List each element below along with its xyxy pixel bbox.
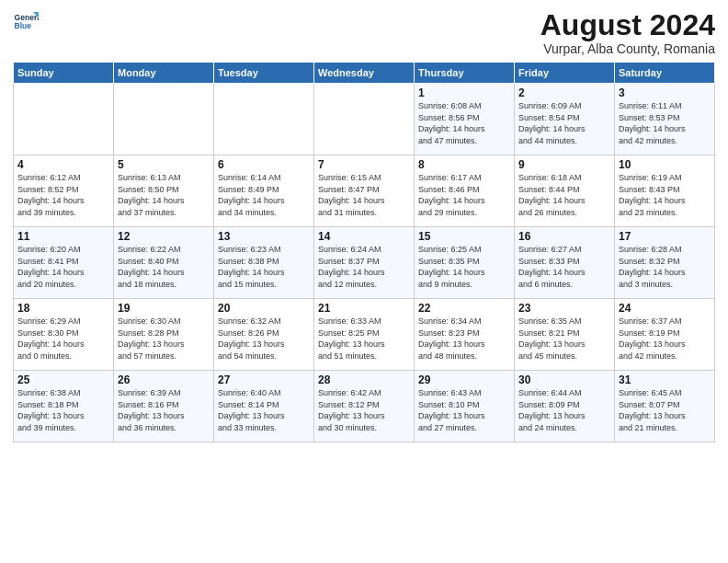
title-block: August 2024 Vurpar, Alba County, Romania	[540, 9, 715, 56]
table-row: 9Sunrise: 6:18 AM Sunset: 8:44 PM Daylig…	[515, 155, 615, 227]
day-info: Sunrise: 6:13 AM Sunset: 8:50 PM Dayligh…	[118, 172, 210, 218]
table-row: 22Sunrise: 6:34 AM Sunset: 8:23 PM Dayli…	[415, 299, 515, 371]
day-info: Sunrise: 6:30 AM Sunset: 8:28 PM Dayligh…	[118, 316, 210, 362]
day-number: 22	[418, 302, 510, 315]
page-container: General Blue August 2024 Vurpar, Alba Co…	[0, 0, 728, 450]
day-info: Sunrise: 6:11 AM Sunset: 8:53 PM Dayligh…	[619, 100, 711, 146]
table-row: 3Sunrise: 6:11 AM Sunset: 8:53 PM Daylig…	[615, 84, 715, 155]
day-info: Sunrise: 6:19 AM Sunset: 8:43 PM Dayligh…	[619, 172, 711, 218]
day-info: Sunrise: 6:40 AM Sunset: 8:14 PM Dayligh…	[218, 387, 310, 433]
day-info: Sunrise: 6:23 AM Sunset: 8:38 PM Dayligh…	[218, 244, 310, 290]
main-title: August 2024	[540, 9, 715, 41]
day-info: Sunrise: 6:39 AM Sunset: 8:16 PM Dayligh…	[118, 387, 210, 433]
table-row: 6Sunrise: 6:14 AM Sunset: 8:49 PM Daylig…	[214, 155, 314, 227]
day-info: Sunrise: 6:37 AM Sunset: 8:19 PM Dayligh…	[619, 316, 711, 362]
header: General Blue August 2024 Vurpar, Alba Co…	[13, 9, 715, 56]
table-row	[114, 84, 214, 155]
table-row: 10Sunrise: 6:19 AM Sunset: 8:43 PM Dayli…	[615, 155, 715, 227]
table-row: 21Sunrise: 6:33 AM Sunset: 8:25 PM Dayli…	[314, 299, 415, 371]
table-row: 23Sunrise: 6:35 AM Sunset: 8:21 PM Dayli…	[515, 299, 615, 371]
logo-icon: General Blue	[13, 9, 39, 35]
day-number: 4	[17, 158, 109, 171]
day-number: 17	[619, 230, 711, 243]
day-info: Sunrise: 6:32 AM Sunset: 8:26 PM Dayligh…	[218, 316, 310, 362]
table-row	[14, 84, 114, 155]
day-number: 12	[118, 230, 210, 243]
table-row: 12Sunrise: 6:22 AM Sunset: 8:40 PM Dayli…	[114, 227, 214, 299]
day-info: Sunrise: 6:08 AM Sunset: 8:56 PM Dayligh…	[418, 100, 510, 146]
day-info: Sunrise: 6:34 AM Sunset: 8:23 PM Dayligh…	[418, 316, 510, 362]
table-row: 28Sunrise: 6:42 AM Sunset: 8:12 PM Dayli…	[314, 371, 415, 442]
day-info: Sunrise: 6:44 AM Sunset: 8:09 PM Dayligh…	[518, 387, 610, 433]
day-info: Sunrise: 6:20 AM Sunset: 8:41 PM Dayligh…	[17, 244, 109, 290]
day-number: 6	[218, 158, 310, 171]
table-row: 7Sunrise: 6:15 AM Sunset: 8:47 PM Daylig…	[314, 155, 415, 227]
day-number: 18	[17, 302, 109, 315]
table-row: 13Sunrise: 6:23 AM Sunset: 8:38 PM Dayli…	[214, 227, 314, 299]
day-number: 13	[218, 230, 310, 243]
day-number: 27	[218, 373, 310, 386]
subtitle: Vurpar, Alba County, Romania	[540, 41, 715, 56]
day-number: 9	[518, 158, 610, 171]
day-number: 2	[518, 86, 610, 99]
day-info: Sunrise: 6:28 AM Sunset: 8:32 PM Dayligh…	[619, 244, 711, 290]
day-number: 10	[619, 158, 711, 171]
calendar-week-row: 11Sunrise: 6:20 AM Sunset: 8:41 PM Dayli…	[14, 227, 715, 299]
table-row: 19Sunrise: 6:30 AM Sunset: 8:28 PM Dayli…	[114, 299, 214, 371]
logo: General Blue	[13, 9, 39, 35]
calendar-week-row: 25Sunrise: 6:38 AM Sunset: 8:18 PM Dayli…	[14, 371, 715, 442]
table-row: 17Sunrise: 6:28 AM Sunset: 8:32 PM Dayli…	[615, 227, 715, 299]
day-info: Sunrise: 6:33 AM Sunset: 8:25 PM Dayligh…	[318, 316, 410, 362]
header-monday: Monday	[114, 63, 214, 84]
table-row: 18Sunrise: 6:29 AM Sunset: 8:30 PM Dayli…	[14, 299, 114, 371]
calendar-week-row: 4Sunrise: 6:12 AM Sunset: 8:52 PM Daylig…	[14, 155, 715, 227]
day-number: 24	[619, 302, 711, 315]
calendar-table: Sunday Monday Tuesday Wednesday Thursday…	[13, 62, 715, 442]
day-number: 14	[318, 230, 410, 243]
header-wednesday: Wednesday	[314, 63, 415, 84]
table-row: 16Sunrise: 6:27 AM Sunset: 8:33 PM Dayli…	[515, 227, 615, 299]
header-tuesday: Tuesday	[214, 63, 314, 84]
header-sunday: Sunday	[14, 63, 114, 84]
day-info: Sunrise: 6:42 AM Sunset: 8:12 PM Dayligh…	[318, 387, 410, 433]
table-row: 24Sunrise: 6:37 AM Sunset: 8:19 PM Dayli…	[615, 299, 715, 371]
day-number: 23	[518, 302, 610, 315]
table-row: 15Sunrise: 6:25 AM Sunset: 8:35 PM Dayli…	[415, 227, 515, 299]
table-row: 2Sunrise: 6:09 AM Sunset: 8:54 PM Daylig…	[515, 84, 615, 155]
table-row: 30Sunrise: 6:44 AM Sunset: 8:09 PM Dayli…	[515, 371, 615, 442]
day-info: Sunrise: 6:14 AM Sunset: 8:49 PM Dayligh…	[218, 172, 310, 218]
day-info: Sunrise: 6:18 AM Sunset: 8:44 PM Dayligh…	[518, 172, 610, 218]
table-row: 11Sunrise: 6:20 AM Sunset: 8:41 PM Dayli…	[14, 227, 114, 299]
day-info: Sunrise: 6:22 AM Sunset: 8:40 PM Dayligh…	[118, 244, 210, 290]
day-info: Sunrise: 6:09 AM Sunset: 8:54 PM Dayligh…	[518, 100, 610, 146]
header-friday: Friday	[515, 63, 615, 84]
day-info: Sunrise: 6:25 AM Sunset: 8:35 PM Dayligh…	[418, 244, 510, 290]
table-row: 14Sunrise: 6:24 AM Sunset: 8:37 PM Dayli…	[314, 227, 415, 299]
table-row	[214, 84, 314, 155]
table-row: 29Sunrise: 6:43 AM Sunset: 8:10 PM Dayli…	[415, 371, 515, 442]
day-number: 19	[118, 302, 210, 315]
table-row: 4Sunrise: 6:12 AM Sunset: 8:52 PM Daylig…	[14, 155, 114, 227]
day-info: Sunrise: 6:29 AM Sunset: 8:30 PM Dayligh…	[17, 316, 109, 362]
day-info: Sunrise: 6:27 AM Sunset: 8:33 PM Dayligh…	[518, 244, 610, 290]
table-row: 27Sunrise: 6:40 AM Sunset: 8:14 PM Dayli…	[214, 371, 314, 442]
day-info: Sunrise: 6:24 AM Sunset: 8:37 PM Dayligh…	[318, 244, 410, 290]
day-number: 26	[118, 373, 210, 386]
day-info: Sunrise: 6:45 AM Sunset: 8:07 PM Dayligh…	[619, 387, 711, 433]
day-number: 31	[619, 373, 711, 386]
calendar-week-row: 18Sunrise: 6:29 AM Sunset: 8:30 PM Dayli…	[14, 299, 715, 371]
day-number: 11	[17, 230, 109, 243]
day-number: 3	[619, 86, 711, 99]
day-number: 8	[418, 158, 510, 171]
day-number: 29	[418, 373, 510, 386]
table-row: 31Sunrise: 6:45 AM Sunset: 8:07 PM Dayli…	[615, 371, 715, 442]
header-thursday: Thursday	[415, 63, 515, 84]
day-info: Sunrise: 6:35 AM Sunset: 8:21 PM Dayligh…	[518, 316, 610, 362]
day-number: 5	[118, 158, 210, 171]
day-number: 7	[318, 158, 410, 171]
table-row: 20Sunrise: 6:32 AM Sunset: 8:26 PM Dayli…	[214, 299, 314, 371]
day-number: 15	[418, 230, 510, 243]
day-number: 21	[318, 302, 410, 315]
day-info: Sunrise: 6:38 AM Sunset: 8:18 PM Dayligh…	[17, 387, 109, 433]
day-number: 28	[318, 373, 410, 386]
